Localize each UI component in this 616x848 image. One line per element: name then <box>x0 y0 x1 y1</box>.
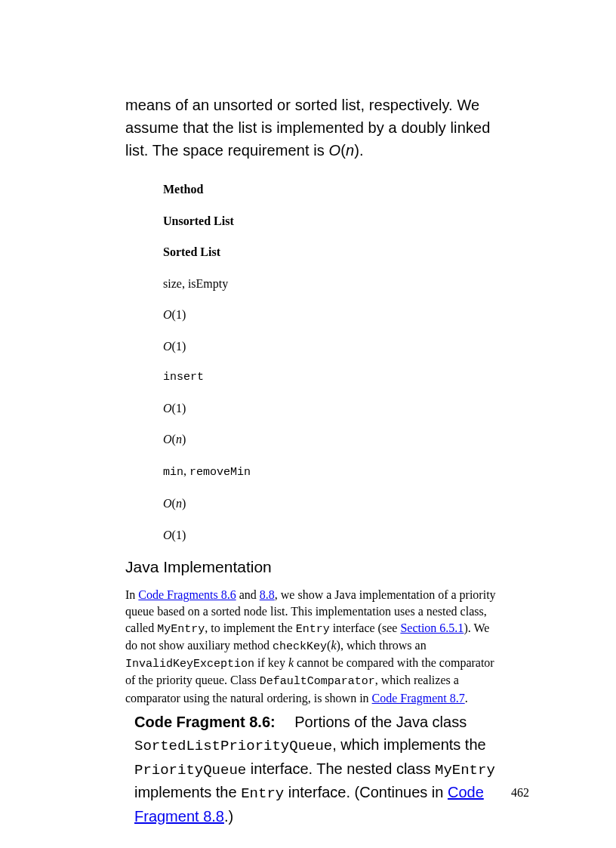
big-o: O <box>163 402 172 415</box>
paren-close: ) <box>182 433 186 446</box>
spacer <box>276 714 295 730</box>
text: Portions of the Java class <box>294 714 467 730</box>
text: and <box>236 588 260 601</box>
table-row: O(n) <box>163 495 503 512</box>
big-o: O <box>163 529 172 541</box>
table-header-method: Method <box>163 181 503 198</box>
page-number: 462 <box>511 786 529 800</box>
code-text: Entry <box>241 785 284 802</box>
sep: , <box>183 464 189 477</box>
code-text: checkKey <box>273 640 327 653</box>
code-text: DefaultComparator <box>260 675 375 688</box>
table-row: O(1) <box>163 307 503 323</box>
text: , to implement the <box>205 621 295 634</box>
text: ), which throws an <box>337 639 427 652</box>
table-row: O(1) <box>163 400 503 417</box>
text: interface. (Continues in <box>284 784 448 800</box>
intro-paragraph: means of an unsorted or sorted list, res… <box>125 94 503 162</box>
arg: (1) <box>172 308 186 321</box>
body-paragraph: In Code Fragments 8.6 and 8.8, we show a… <box>125 587 503 706</box>
table-header-sorted: Sorted List <box>163 244 503 261</box>
big-o: O <box>163 308 172 321</box>
paren-close: ) <box>182 497 186 510</box>
code-text: PriorityQueue <box>134 762 246 779</box>
code-text: removeMin <box>189 466 251 479</box>
section-heading: Java Implementation <box>125 558 503 576</box>
table-row: min, removeMin <box>163 463 503 480</box>
table-row: O(1) <box>163 527 503 544</box>
text: , which implements the <box>332 736 485 753</box>
code-text: MyEntry <box>157 623 205 636</box>
table-row: insert <box>163 370 503 385</box>
paren-open: ( <box>340 142 346 159</box>
code-text: min <box>163 466 183 479</box>
link-section-6-5-1[interactable]: Section 6.5.1 <box>400 621 464 634</box>
text: . <box>465 692 468 705</box>
code-text: MyEntry <box>435 762 495 779</box>
n-var: n <box>176 433 182 446</box>
arg: (1) <box>172 529 186 541</box>
table-row: size, isEmpty <box>163 276 503 292</box>
big-o: O <box>163 497 172 510</box>
text: if key <box>254 656 288 669</box>
text: interface. The nested class <box>246 760 435 777</box>
big-o: O <box>329 142 341 159</box>
code-fragment-caption: Code Fragment 8.6: Portions of the Java … <box>134 711 503 828</box>
table-header-unsorted: Unsorted List <box>163 213 503 230</box>
link-code-fragment-8-7[interactable]: Code Fragment 8.7 <box>372 692 465 705</box>
table-row: O(1) <box>163 338 503 355</box>
code-text: Entry <box>296 623 330 636</box>
text: implements the <box>134 784 241 800</box>
n-var: n <box>176 497 182 510</box>
big-o: O <box>163 433 172 446</box>
text: .) <box>224 808 233 825</box>
table-row: O(n) <box>163 431 503 448</box>
arg: (1) <box>172 402 186 415</box>
code-text: SortedListPriorityQueue <box>134 738 332 754</box>
n-var: n <box>346 142 354 159</box>
code-fragment-label: Code Fragment 8.6: <box>134 714 276 730</box>
text: interface (see <box>330 621 401 634</box>
k-var: k <box>288 656 294 669</box>
k-var: k <box>331 639 336 652</box>
complexity-table: Method Unsorted List Sorted List size, i… <box>163 181 503 543</box>
arg: (1) <box>172 340 186 353</box>
link-code-fragments-8-6[interactable]: Code Fragments 8.6 <box>138 588 236 601</box>
page: means of an unsorted or sorted list, res… <box>0 0 616 848</box>
text: In <box>125 588 138 601</box>
paren-close: ). <box>354 142 363 159</box>
intro-text: means of an unsorted or sorted list, res… <box>125 97 490 159</box>
link-code-fragments-8-8[interactable]: 8.8 <box>260 588 275 601</box>
code-text: InvalidKeyException <box>125 658 254 671</box>
big-o: O <box>163 340 172 353</box>
